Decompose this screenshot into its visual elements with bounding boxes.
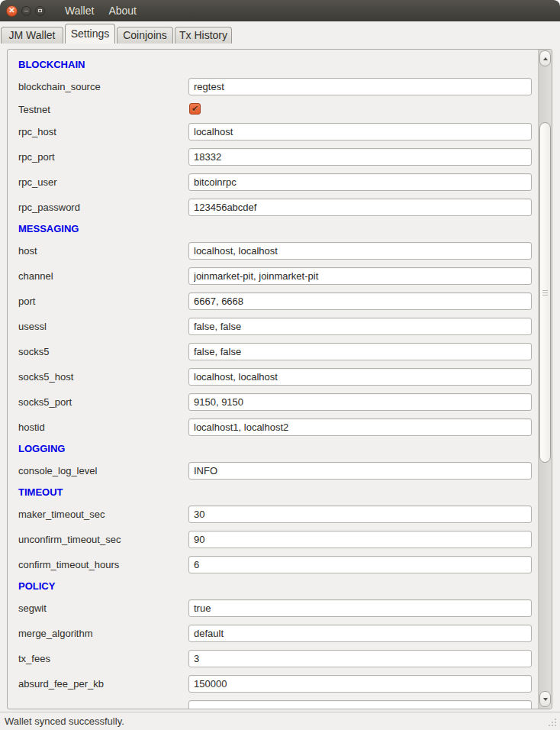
menu-wallet[interactable]: Wallet bbox=[63, 3, 95, 18]
host-input[interactable] bbox=[188, 242, 532, 260]
field-row-rpc-password: rpc_password bbox=[8, 195, 539, 220]
field-label: console_log_level bbox=[18, 458, 97, 483]
field-row-socks5-host: socks5_host bbox=[8, 364, 539, 389]
thumb-grip-icon bbox=[542, 295, 548, 296]
rpc-host-input[interactable] bbox=[188, 123, 532, 141]
field-label: socks5_port bbox=[18, 389, 72, 415]
scroll-up-button[interactable] bbox=[539, 50, 551, 66]
field-row-confirm-timeout-hours: confirm_timeout_hours bbox=[8, 552, 539, 577]
field-label: confirm_timeout_hours bbox=[18, 552, 119, 577]
field-label: maker_timeout_sec bbox=[18, 502, 105, 527]
field-label: absurd_fee_per_kb bbox=[18, 671, 104, 696]
field-label: rpc_password bbox=[18, 195, 80, 220]
tab-bar: JM WalletSettingsCoinjoinsTx History bbox=[0, 21, 560, 44]
maker-timeout-sec-input[interactable] bbox=[188, 506, 532, 523]
segwit-input[interactable] bbox=[188, 599, 532, 617]
field-row-socks5: socks5 bbox=[8, 339, 539, 364]
rpc-user-input[interactable] bbox=[188, 173, 532, 191]
console-log-level-input[interactable] bbox=[188, 462, 532, 480]
field-label: port bbox=[18, 289, 35, 314]
field-row-merge-algorithm: merge_algorithm bbox=[8, 621, 539, 646]
field-label: merge_algorithm bbox=[18, 621, 93, 646]
absurd-fee-per-kb-input[interactable] bbox=[188, 675, 532, 693]
usessl-input[interactable] bbox=[188, 318, 532, 335]
field-label: socks5 bbox=[18, 339, 49, 364]
title-bar: ✕ – WalletAbout bbox=[0, 0, 560, 21]
field-label: blockchain_source bbox=[18, 74, 101, 99]
section-header-timeout: TIMEOUT bbox=[8, 483, 539, 502]
check-icon: ✔ bbox=[191, 105, 198, 113]
thumb-grip-icon bbox=[542, 292, 548, 293]
port-input[interactable] bbox=[188, 292, 532, 310]
thumb-grip-icon bbox=[542, 290, 548, 291]
field-row-blockchain-source: blockchain_source bbox=[8, 74, 539, 99]
status-bar: Wallet synced successfully. bbox=[0, 712, 560, 730]
field-row-console-log-level: console_log_level bbox=[8, 458, 539, 483]
field-label: rpc_user bbox=[18, 170, 57, 195]
status-message: Wallet synced successfully. bbox=[5, 715, 124, 727]
tab-coinjoins[interactable]: Coinjoins bbox=[117, 27, 173, 44]
field-row-rpc-host: rpc_host bbox=[8, 119, 539, 144]
field-label: channel bbox=[18, 263, 53, 289]
field-row-partial bbox=[8, 696, 539, 709]
section-header-blockchain: BLOCKCHAIN bbox=[8, 56, 539, 74]
field-row-maker-timeout-sec: maker_timeout_sec bbox=[8, 502, 539, 527]
rpc-password-input[interactable] bbox=[188, 199, 532, 216]
socks5-input[interactable] bbox=[188, 343, 532, 360]
scroll-down-icon bbox=[543, 698, 548, 701]
unconfirm-timeout-sec-input[interactable] bbox=[188, 531, 532, 548]
section-header-logging: LOGGING bbox=[8, 440, 539, 458]
settings-form: BLOCKCHAINblockchain_sourceTestnet✔rpc_h… bbox=[8, 50, 539, 709]
field-label: socks5_host bbox=[18, 364, 73, 389]
maximize-button[interactable] bbox=[35, 6, 45, 16]
field-row-socks5-port: socks5_port bbox=[8, 389, 539, 415]
tx-fees-input[interactable] bbox=[188, 650, 532, 667]
close-icon: ✕ bbox=[8, 7, 14, 15]
field-row-segwit: segwit bbox=[8, 596, 539, 621]
scrollbar-thumb[interactable] bbox=[539, 122, 551, 463]
field-label: host bbox=[18, 238, 37, 263]
blockchain-source-input[interactable] bbox=[188, 78, 532, 95]
field-row-host: host bbox=[8, 238, 539, 263]
field-label: rpc_host bbox=[18, 119, 56, 144]
field-row-unconfirm-timeout-sec: unconfirm_timeout_sec bbox=[8, 527, 539, 552]
field-label: Testnet bbox=[18, 99, 50, 119]
close-button[interactable]: ✕ bbox=[6, 5, 18, 17]
resize-grip[interactable] bbox=[555, 725, 556, 726]
socks5-port-input[interactable] bbox=[188, 393, 532, 411]
settings-scroll-area: BLOCKCHAINblockchain_sourceTestnet✔rpc_h… bbox=[7, 49, 552, 709]
field-label: hostid bbox=[18, 415, 45, 440]
scroll-down-button[interactable] bbox=[539, 691, 551, 707]
minimize-button[interactable]: – bbox=[21, 6, 31, 16]
testnet-checkbox[interactable]: ✔ bbox=[189, 103, 201, 115]
section-header-messaging: MESSAGING bbox=[8, 220, 539, 238]
field-label: usessl bbox=[18, 314, 47, 339]
field-row-rpc-user: rpc_user bbox=[8, 170, 539, 195]
menu-about[interactable]: About bbox=[107, 3, 138, 18]
tab-tx-history[interactable]: Tx History bbox=[175, 27, 232, 44]
confirm-timeout-hours-input[interactable] bbox=[188, 556, 532, 573]
minimize-icon: – bbox=[24, 8, 28, 15]
field-label: unconfirm_timeout_sec bbox=[18, 527, 121, 552]
next-field-input[interactable] bbox=[188, 700, 532, 709]
field-row-tx-fees: tx_fees bbox=[8, 646, 539, 671]
field-row-channel: channel bbox=[8, 263, 539, 289]
menu-bar: WalletAbout bbox=[63, 3, 138, 18]
merge-algorithm-input[interactable] bbox=[188, 625, 532, 642]
scroll-up-icon bbox=[543, 57, 548, 60]
vertical-scrollbar[interactable] bbox=[538, 50, 552, 709]
app-window: ✕ – WalletAbout JM WalletSettingsCoinjoi… bbox=[0, 0, 560, 730]
tab-jm-wallet[interactable]: JM Wallet bbox=[1, 27, 63, 44]
field-label: tx_fees bbox=[18, 646, 50, 671]
field-row-rpc-port: rpc_port bbox=[8, 144, 539, 170]
section-header-policy: POLICY bbox=[8, 577, 539, 596]
channel-input[interactable] bbox=[188, 267, 532, 285]
rpc-port-input[interactable] bbox=[188, 148, 532, 166]
field-label: rpc_port bbox=[18, 144, 55, 170]
field-row-hostid: hostid bbox=[8, 415, 539, 440]
hostid-input[interactable] bbox=[188, 418, 532, 436]
tab-settings[interactable]: Settings bbox=[65, 24, 115, 44]
field-label: segwit bbox=[18, 596, 47, 621]
field-row-absurd-fee-per-kb: absurd_fee_per_kb bbox=[8, 671, 539, 696]
socks5-host-input[interactable] bbox=[188, 368, 532, 386]
